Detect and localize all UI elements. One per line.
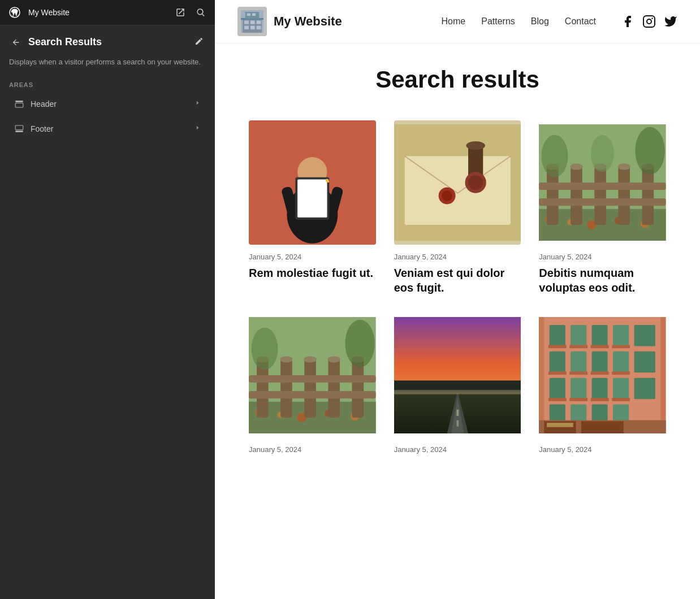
- sidebar-item-footer[interactable]: Footer: [5, 118, 210, 140]
- svg-rect-115: [612, 398, 630, 401]
- svg-rect-47: [595, 167, 607, 225]
- footer-label: Footer: [31, 124, 193, 133]
- post-card-2[interactable]: January 5, 2024 Veniam est qui dolor eos…: [394, 120, 521, 295]
- svg-rect-12: [257, 26, 261, 29]
- svg-point-19: [651, 18, 653, 19]
- svg-rect-73: [249, 391, 376, 398]
- post-title-3: Debitis numquam voluptas eos odit.: [539, 266, 666, 295]
- svg-rect-91: [592, 325, 608, 346]
- sidebar-header: Search Results: [0, 25, 215, 54]
- svg-rect-99: [571, 351, 586, 372]
- svg-point-33: [466, 141, 485, 150]
- svg-rect-105: [591, 371, 609, 375]
- external-link-icon: [175, 7, 185, 18]
- external-link-button[interactable]: [173, 5, 188, 20]
- site-name: My Website: [274, 14, 342, 29]
- sidebar-topbar: My Website: [0, 0, 215, 25]
- svg-point-59: [591, 135, 614, 172]
- instagram-icon[interactable]: [642, 15, 656, 28]
- posts-grid: January 5, 2024 Rem molestiae fugit ut.: [249, 120, 666, 458]
- svg-rect-104: [570, 371, 588, 375]
- edit-button[interactable]: [192, 34, 206, 50]
- post-date-6: January 5, 2024: [539, 445, 666, 454]
- svg-rect-2: [15, 103, 23, 107]
- post-date-5: January 5, 2024: [394, 445, 521, 454]
- svg-rect-102: [634, 351, 655, 372]
- svg-rect-90: [571, 325, 586, 346]
- search-button[interactable]: [193, 5, 208, 20]
- site-logo-area: My Website: [237, 7, 342, 36]
- site-nav-links: Home Patterns Blog Contact: [442, 15, 677, 28]
- svg-rect-51: [539, 198, 666, 206]
- svg-rect-122: [581, 421, 624, 433]
- svg-rect-7: [244, 20, 249, 24]
- svg-rect-50: [539, 183, 666, 190]
- svg-rect-106: [612, 371, 630, 375]
- svg-point-29: [327, 180, 330, 183]
- sidebar-item-header[interactable]: Header: [5, 93, 210, 115]
- facebook-icon[interactable]: [621, 15, 634, 28]
- back-button[interactable]: [9, 36, 23, 49]
- svg-rect-93: [634, 325, 655, 346]
- sidebar-description: Displays when a visitor performs a searc…: [0, 54, 215, 77]
- topbar-icons: [173, 5, 208, 20]
- svg-rect-68: [280, 359, 292, 418]
- post-date-3: January 5, 2024: [539, 253, 666, 261]
- svg-rect-112: [548, 398, 567, 401]
- post-card-3[interactable]: January 5, 2024 Debitis numquam voluptas…: [539, 120, 666, 295]
- post-card-1[interactable]: January 5, 2024 Rem molestiae fugit ut.: [249, 120, 376, 295]
- twitter-icon[interactable]: [664, 15, 677, 28]
- svg-point-37: [442, 190, 452, 201]
- svg-rect-1: [15, 101, 23, 102]
- svg-rect-4: [15, 131, 23, 132]
- sidebar: My Website Search Results: [0, 0, 215, 599]
- svg-point-18: [647, 19, 651, 24]
- svg-rect-123: [547, 423, 573, 427]
- svg-rect-97: [612, 345, 630, 349]
- svg-rect-111: [634, 378, 655, 399]
- svg-rect-10: [244, 26, 249, 29]
- svg-rect-46: [571, 167, 582, 225]
- svg-rect-71: [352, 359, 364, 418]
- svg-rect-9: [257, 20, 261, 24]
- svg-point-55: [618, 163, 630, 170]
- svg-point-75: [280, 356, 292, 362]
- footer-chevron-icon: [193, 124, 201, 133]
- svg-rect-92: [613, 325, 629, 346]
- svg-point-35: [468, 175, 483, 190]
- svg-rect-109: [592, 378, 608, 399]
- svg-rect-95: [570, 345, 588, 349]
- svg-rect-110: [613, 378, 629, 399]
- areas-label: AREAS: [0, 77, 215, 92]
- svg-rect-101: [613, 351, 629, 372]
- post-card-6[interactable]: January 5, 2024: [539, 313, 666, 458]
- post-thumbnail-6: [539, 313, 666, 437]
- svg-rect-107: [550, 378, 565, 399]
- post-card-4[interactable]: January 5, 2024: [249, 313, 376, 458]
- svg-rect-98: [550, 351, 565, 372]
- svg-rect-89: [550, 325, 565, 346]
- post-card-5[interactable]: January 5, 2024: [394, 313, 521, 458]
- svg-rect-48: [619, 167, 630, 225]
- post-date-4: January 5, 2024: [249, 445, 376, 454]
- post-thumbnail-2: [394, 120, 521, 245]
- nav-link-patterns[interactable]: Patterns: [481, 16, 515, 27]
- svg-rect-103: [548, 371, 567, 375]
- sidebar-page-title: Search Results: [28, 36, 187, 48]
- nav-link-blog[interactable]: Blog: [531, 16, 549, 27]
- svg-point-80: [345, 320, 374, 367]
- svg-rect-31: [404, 156, 510, 225]
- svg-rect-27: [297, 179, 327, 217]
- svg-point-76: [304, 356, 316, 362]
- post-title-2: Veniam est qui dolor eos fugit.: [394, 266, 521, 295]
- svg-rect-84: [394, 390, 521, 394]
- nav-link-home[interactable]: Home: [442, 16, 466, 27]
- header-area-icon: [14, 98, 25, 110]
- svg-point-53: [571, 163, 583, 170]
- post-title-1: Rem molestiae fugit ut.: [249, 266, 376, 280]
- search-results-title: Search results: [249, 66, 666, 93]
- nav-link-contact[interactable]: Contact: [565, 16, 596, 27]
- svg-point-79: [252, 328, 278, 370]
- svg-rect-96: [591, 345, 609, 349]
- post-thumbnail-4: [249, 313, 376, 437]
